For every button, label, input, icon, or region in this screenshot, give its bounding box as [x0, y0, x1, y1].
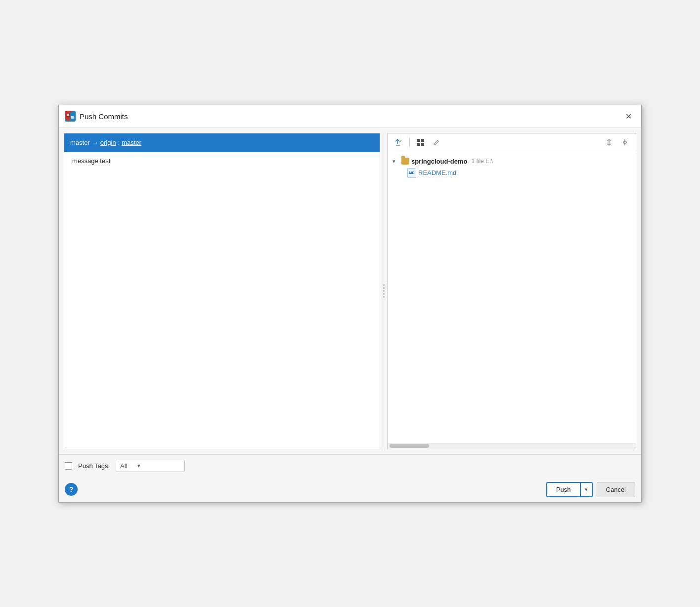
grid-view-button[interactable] [414, 136, 428, 149]
target-branch-link[interactable]: master [122, 139, 141, 146]
tree-root-row[interactable]: ▾ springcloud-demo 1 file E:\ [390, 156, 634, 167]
push-button[interactable]: Push [546, 482, 580, 497]
file-tree: ▾ springcloud-demo 1 file E:\ MD README.… [388, 152, 636, 443]
folder-icon [401, 158, 409, 165]
collapse-button[interactable] [618, 136, 632, 149]
tree-chevron: ▾ [393, 158, 399, 165]
cancel-button[interactable]: Cancel [597, 482, 635, 497]
remote-link[interactable]: origin [100, 139, 116, 146]
tags-dropdown-arrow: ▾ [137, 463, 140, 469]
expand-button[interactable] [602, 136, 616, 149]
push-dropdown-button[interactable]: ▾ [580, 482, 593, 497]
close-button[interactable]: ✕ [621, 109, 635, 123]
svg-rect-6 [417, 143, 420, 146]
svg-rect-4 [417, 139, 420, 142]
splitter-dots [383, 284, 385, 298]
push-tags-bar: Push Tags: All ▾ [59, 454, 641, 477]
svg-rect-7 [421, 143, 424, 146]
push-label: Push [556, 486, 571, 493]
svg-rect-5 [421, 139, 424, 142]
push-tags-label: Push Tags: [78, 462, 110, 470]
commits-panel: master → origin : master message test [64, 133, 380, 449]
title-bar: Push Commits ✕ [59, 105, 641, 128]
tags-dropdown-value: All [120, 462, 127, 470]
toolbar-separator-1 [409, 137, 410, 147]
branch-header: master → origin : master [64, 133, 380, 152]
panel-splitter[interactable] [380, 133, 387, 449]
file-tree-panel: ▾ springcloud-demo 1 file E:\ MD README.… [387, 133, 636, 449]
title-bar-left: Push Commits [65, 111, 128, 122]
commit-item[interactable]: message test [72, 157, 372, 165]
tags-dropdown[interactable]: All ▾ [116, 460, 185, 472]
push-tags-checkbox[interactable] [65, 462, 72, 470]
action-buttons: Push ▾ Cancel [546, 482, 635, 497]
horizontal-scrollbar[interactable] [388, 443, 636, 449]
edit-button[interactable] [430, 136, 443, 149]
push-button-group: Push ▾ [546, 482, 593, 497]
tree-file-row[interactable]: MD README.md [390, 167, 634, 179]
right-toolbar [388, 133, 636, 152]
push-commits-dialog: Push Commits ✕ master → origin : master … [58, 105, 642, 503]
repo-meta: 1 file E:\ [471, 158, 492, 165]
scrollbar-thumb[interactable] [390, 444, 429, 448]
push-arrow-button[interactable] [392, 136, 405, 149]
branch-arrow: → [92, 139, 98, 146]
source-branch: master [70, 139, 90, 146]
main-content: master → origin : master message test [59, 128, 641, 454]
md-filename: README.md [418, 169, 456, 176]
repo-name: springcloud-demo [411, 158, 467, 165]
svg-rect-2 [67, 114, 69, 116]
md-file-icon: MD [407, 168, 416, 178]
svg-rect-3 [71, 116, 74, 119]
footer: ? Push ▾ Cancel [59, 477, 641, 502]
branch-separator: : [118, 139, 120, 146]
dialog-title: Push Commits [80, 112, 128, 121]
app-icon [65, 111, 76, 122]
help-button[interactable]: ? [65, 483, 78, 496]
commits-list: message test [64, 152, 380, 449]
